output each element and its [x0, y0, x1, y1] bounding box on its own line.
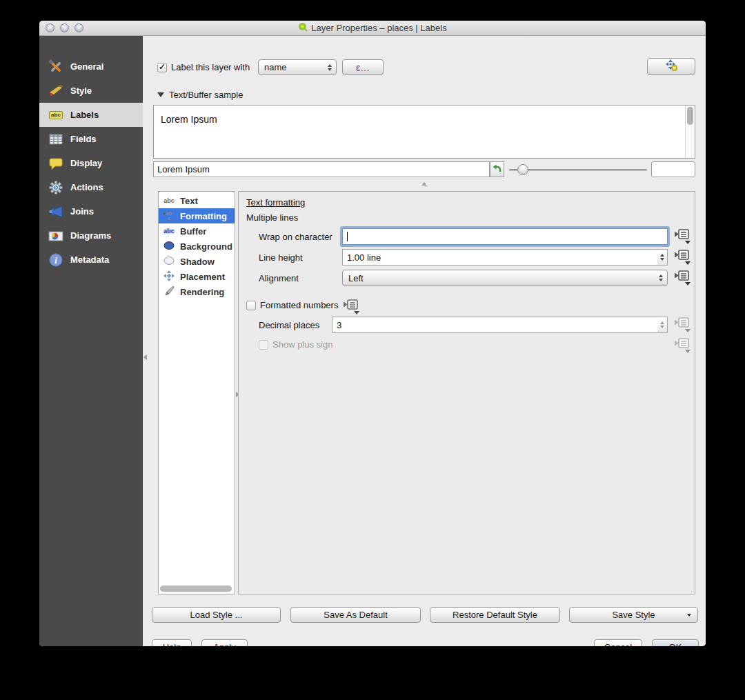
sidebar-item-labels[interactable]: abc Labels: [39, 103, 143, 127]
splitter-collapse-left-icon[interactable]: [143, 354, 147, 360]
data-defined-override-button[interactable]: [342, 298, 360, 315]
sidebar-item-actions[interactable]: Actions: [39, 175, 143, 199]
label-settings-tablist: abc Text +ab < c Formatting abc Buffer: [158, 191, 235, 594]
formatted-numbers-label: Formatted numbers: [260, 300, 338, 310]
slider-knob[interactable]: [517, 164, 528, 175]
font-size-slider[interactable]: [509, 164, 647, 175]
labels-page: Label this layer with name ε…: [143, 36, 706, 646]
label-this-layer-label: Label this layer with: [171, 62, 250, 72]
data-defined-override-button[interactable]: [673, 248, 691, 266]
tab-formatting[interactable]: +ab < c Formatting: [159, 208, 235, 223]
data-defined-override-button[interactable]: [673, 228, 691, 245]
placement-settings-icon: [664, 59, 679, 74]
tab-shadow[interactable]: Shadow: [159, 254, 235, 269]
wrap-on-character-label: Wrap on character: [259, 232, 332, 242]
pie-chart-icon: [48, 228, 64, 244]
data-defined-override-button-disabled[interactable]: [673, 316, 691, 333]
speech-bubble-icon: [48, 155, 64, 172]
qgis-logo-icon: [298, 22, 308, 34]
sidebar-item-joins[interactable]: Joins: [39, 199, 143, 223]
label-tag-icon: abc: [48, 107, 64, 123]
minimize-window-button[interactable]: [60, 23, 69, 32]
paintbrush-icon: [48, 83, 64, 99]
sidebar-item-label: Labels: [70, 110, 99, 120]
sidebar-item-fields[interactable]: Fields: [39, 127, 143, 151]
sidebar-item-label: Fields: [70, 134, 97, 144]
tablist-hscrollbar[interactable]: [160, 586, 233, 592]
layer-properties-dialog: Layer Properties – places | Labels Gener…: [39, 21, 706, 646]
text-caret: [347, 232, 348, 241]
label-preview-area: Lorem Ipsum: [153, 105, 695, 159]
sidebar-item-label: Style: [70, 86, 92, 96]
sample-text-input[interactable]: [153, 161, 490, 177]
collapse-triangle-icon: [157, 92, 164, 97]
shadow-shape-icon: [161, 256, 177, 267]
restore-default-style-button[interactable]: Restore Default Style: [430, 607, 560, 623]
show-plus-sign-row: Show plus sign: [259, 339, 332, 350]
label-this-layer-checkbox[interactable]: [157, 63, 167, 72]
buffer-abc-icon: abc: [161, 228, 177, 234]
save-as-default-button[interactable]: Save As Default: [290, 607, 421, 623]
label-field-select[interactable]: name: [258, 59, 337, 75]
splitter-collapse-up-icon[interactable]: [421, 182, 427, 186]
reset-sample-button[interactable]: [490, 161, 504, 177]
apply-button[interactable]: Apply: [201, 639, 248, 646]
sample-section-header[interactable]: Text/Buffer sample: [157, 90, 243, 100]
show-plus-sign-label: Show plus sign: [272, 339, 332, 350]
table-icon: [48, 131, 64, 148]
sidebar-item-diagrams[interactable]: Diagrams: [39, 223, 143, 248]
sidebar-item-metadata[interactable]: i Metadata: [39, 248, 143, 272]
select-stepper-icon: [659, 274, 663, 281]
automated-placement-button[interactable]: [647, 58, 695, 75]
show-plus-sign-checkbox[interactable]: [259, 340, 268, 350]
data-defined-override-button[interactable]: [673, 269, 691, 286]
sidebar-item-style[interactable]: Style: [39, 79, 143, 103]
properties-sidebar: General Style abc Labels: [39, 36, 143, 646]
help-button[interactable]: Help: [152, 639, 192, 646]
sidebar-item-display[interactable]: Display: [39, 151, 143, 175]
alignment-select[interactable]: Left: [342, 270, 668, 286]
multiple-lines-label: Multiple lines: [246, 212, 298, 223]
line-height-label: Line height: [259, 252, 303, 263]
expression-builder-button[interactable]: ε…: [342, 59, 384, 75]
tab-background[interactable]: Background: [159, 239, 235, 254]
svg-text:i: i: [54, 254, 57, 265]
preview-text: Lorem Ipsum: [161, 114, 217, 125]
line-height-input[interactable]: 1.00 line: [342, 249, 658, 266]
close-window-button[interactable]: [46, 23, 54, 32]
info-icon: i: [48, 252, 64, 268]
preview-scrollbar[interactable]: [685, 106, 695, 158]
decimal-places-label: Decimal places: [259, 320, 319, 330]
title-bar[interactable]: Layer Properties – places | Labels: [39, 21, 706, 36]
wrap-character-input[interactable]: [342, 228, 668, 245]
ok-button[interactable]: OK: [652, 639, 699, 646]
select-stepper-icon: [328, 64, 332, 71]
sidebar-item-label: Diagrams: [70, 230, 111, 241]
sidebar-item-label: General: [70, 61, 103, 72]
tools-icon: [48, 59, 64, 75]
formatted-numbers-checkbox[interactable]: [246, 301, 256, 310]
font-size-input[interactable]: [651, 161, 695, 177]
tab-rendering[interactable]: Rendering: [159, 284, 235, 299]
decimal-places-input[interactable]: 3: [332, 317, 658, 333]
line-height-stepper[interactable]: [657, 249, 668, 266]
sidebar-item-label: Metadata: [70, 254, 109, 265]
data-defined-override-button-disabled[interactable]: [673, 337, 691, 354]
tab-text[interactable]: abc Text: [159, 193, 235, 208]
panel-title: Text formatting: [246, 197, 305, 208]
decimal-places-stepper[interactable]: [657, 317, 668, 333]
sidebar-item-general[interactable]: General: [39, 54, 143, 79]
alignment-label: Alignment: [259, 273, 299, 283]
save-style-button[interactable]: Save Style: [569, 607, 698, 623]
placement-arrows-icon: [161, 270, 177, 283]
cancel-button[interactable]: Cancel: [594, 639, 642, 646]
window-title: Layer Properties – places | Labels: [311, 23, 446, 33]
tab-placement[interactable]: Placement: [159, 269, 235, 284]
zoom-window-button[interactable]: [74, 23, 83, 32]
text-abc-icon: abc: [161, 198, 177, 204]
dropdown-arrow-icon: [687, 614, 691, 617]
tab-buffer[interactable]: abc Buffer: [159, 223, 235, 239]
load-style-button[interactable]: Load Style ...: [152, 607, 281, 623]
sidebar-item-label: Display: [70, 158, 102, 168]
formatting-icon: +ab < c: [161, 211, 177, 221]
